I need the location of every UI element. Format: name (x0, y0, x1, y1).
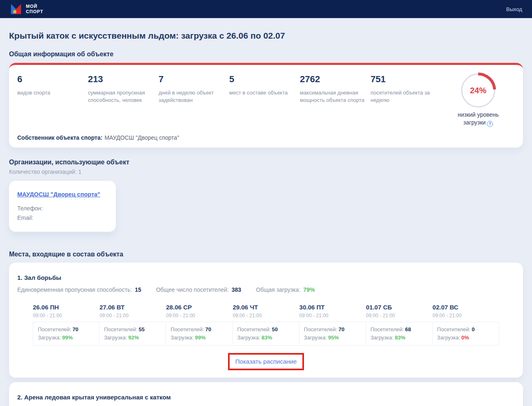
day-time: 09:00 - 21:00 (433, 313, 499, 318)
section-places-heading: Места, входящие в состав объекта (9, 251, 523, 258)
day-box: Посетителей:70 Загрузка:99% (33, 322, 99, 346)
day-visitors-value: 70 (339, 326, 344, 332)
help-icon[interactable]: ? (487, 121, 493, 127)
day-column: 29.06 ЧТ 09:00 - 21:00 Посетителей:50 За… (233, 304, 299, 346)
gauge-caption-line1: низкий уровень (458, 111, 499, 118)
day-load-label: Загрузка: (170, 334, 193, 341)
schedule-row: Показать расписание (17, 353, 515, 370)
load-gauge: 24% низкий уровень загрузки? (442, 72, 515, 127)
day-visitors-value: 68 (405, 326, 411, 332)
stat-places-count: 5 мест в составе объекта (229, 74, 300, 97)
stat-value: 213 (88, 74, 153, 85)
day-visitors-label: Посетителей: (104, 326, 137, 332)
capacity-label: Единовременная пропускная способность: (17, 286, 132, 293)
day-load-label: Загрузка: (304, 334, 327, 341)
organization-phone: Телефон: (17, 205, 108, 212)
day-column: 28.06 СР 09:00 - 21:00 Посетителей:70 За… (166, 304, 233, 346)
gauge-percent: 24% (460, 72, 496, 108)
day-box: Посетителей:70 Загрузка:99% (166, 322, 233, 346)
logo-line-1: МОЙ (26, 4, 43, 9)
day-date: 30.06 ПТ (299, 304, 366, 311)
day-load-label: Загрузка: (38, 334, 61, 341)
day-date: 01.07 СБ (366, 304, 433, 311)
gauge-caption: низкий уровень загрузки? (442, 111, 515, 127)
day-date: 02.07 ВС (433, 304, 499, 311)
day-date: 28.06 СР (166, 304, 233, 311)
day-box: Посетителей:50 Загрузка:83% (232, 322, 299, 346)
day-load-label: Загрузка: (104, 334, 127, 341)
owner-label: Собственник объекта спорта: (17, 134, 102, 141)
stat-label: суммарная пропускная способность, челове… (88, 89, 153, 104)
stat-value: 2762 (300, 74, 365, 85)
day-visitors-value: 70 (205, 326, 211, 332)
place-load: Общая загрузка:79% (256, 286, 315, 293)
day-load-value: 99% (195, 334, 205, 341)
day-visitors-label: Посетителей: (437, 326, 470, 332)
place-title: 2. Арена ледовая крытая универсальная с … (17, 394, 515, 401)
day-load-value: 99% (62, 334, 73, 341)
organization-link[interactable]: МАУДОСШ "Дворец спорта" (17, 191, 100, 198)
stat-max-daily-capacity: 2762 максимальная дневная мощность объек… (300, 74, 371, 104)
day-load-label: Загрузка: (371, 334, 394, 341)
day-box: Посетителей:55 Загрузка:92% (99, 322, 166, 346)
main-content: Крытый каток с искусственным льдом: загр… (0, 31, 532, 406)
logo-line-2: СПОРТ (26, 9, 43, 14)
place-card-1: 1. Зал борьбы Единовременная пропускная … (9, 263, 523, 378)
summary-stats-row: 6 видов спорта 213 суммарная пропускная … (17, 74, 515, 127)
day-visitors-value: 0 (472, 326, 474, 332)
visitors-value: 383 (232, 286, 241, 293)
stat-sports-count: 6 видов спорта (17, 74, 88, 97)
day-column: 01.07 СБ 09:00 - 21:00 Посетителей:68 За… (366, 304, 433, 346)
day-column: 30.06 ПТ 09:00 - 21:00 Посетителей:70 За… (299, 304, 366, 346)
page-title: Крытый каток с искусственным льдом: загр… (9, 31, 523, 41)
show-schedule-link-1[interactable]: Показать расписание (235, 358, 297, 365)
day-load-value: 92% (128, 334, 139, 341)
logout-link[interactable]: Выход (506, 6, 522, 12)
day-box: Посетителей:70 Загрузка:95% (299, 322, 366, 346)
place-title: 1. Зал борьбы (17, 274, 515, 281)
day-date: 29.06 ЧТ (233, 304, 299, 311)
section-orgs-heading: Организации, использующие объект (9, 159, 523, 166)
day-visitors-label: Посетителей: (170, 326, 204, 332)
day-load-value: 95% (328, 334, 339, 341)
day-table: 26.06 ПН 09:00 - 21:00 Посетителей:70 За… (33, 304, 499, 346)
organization-card: МАУДОСШ "Дворец спорта" Телефон: Email: (9, 181, 116, 232)
gauge-ring: 24% (460, 72, 496, 108)
app-logo[interactable]: МОЙ СПОРТ (10, 3, 43, 15)
day-visitors-value: 50 (272, 326, 278, 332)
stat-weekly-visitors: 751 посетителей объекта за неделю (371, 74, 441, 104)
orgs-count: Количество организаций: 1 (9, 168, 523, 175)
place-visitors: Общее число посетителей:383 (156, 286, 241, 293)
day-time: 09:00 - 21:00 (166, 313, 233, 318)
place-stats: Единовременная пропускная способность:15… (17, 286, 515, 293)
stat-label: дней в неделю объект задействован (159, 89, 223, 104)
place-capacity: Единовременная пропускная способность:15 (17, 286, 141, 293)
stat-total-capacity: 213 суммарная пропускная способность, че… (88, 74, 159, 104)
owner-line: Собственник объекта спорта:МАУДОСШ "Двор… (17, 134, 515, 141)
day-visitors-value: 70 (72, 326, 78, 332)
day-visitors-label: Посетителей: (237, 326, 270, 332)
day-load-label: Загрузка: (437, 334, 460, 341)
highlight-box: Показать расписание (228, 353, 304, 370)
day-load-value: 0% (461, 334, 469, 341)
load-value: 79% (303, 286, 315, 293)
stat-value: 7 (159, 74, 223, 85)
stat-label: мест в составе объекта (229, 89, 294, 97)
day-load-label: Загрузка: (237, 334, 260, 341)
stat-label: посетителей объекта за неделю (371, 89, 435, 104)
day-time: 09:00 - 21:00 (299, 313, 366, 318)
stat-value: 5 (229, 74, 294, 85)
day-date: 26.06 ПН (33, 304, 99, 311)
day-box: Посетителей:0 Загрузка:0% (432, 322, 499, 346)
section-general-heading: Общая информация об объекте (9, 51, 523, 58)
day-load-value: 83% (262, 334, 272, 341)
visitors-label: Общее число посетителей: (156, 286, 229, 293)
gauge-caption-line2: загрузки (463, 119, 486, 126)
stat-value: 751 (371, 74, 435, 85)
day-visitors-label: Посетителей: (38, 326, 71, 332)
day-box: Посетителей:68 Загрузка:83% (366, 322, 433, 346)
day-column: 26.06 ПН 09:00 - 21:00 Посетителей:70 За… (33, 304, 99, 346)
logo-text: МОЙ СПОРТ (26, 4, 43, 14)
stat-days-per-week: 7 дней в неделю объект задействован (159, 74, 229, 104)
capacity-value: 15 (135, 286, 141, 293)
